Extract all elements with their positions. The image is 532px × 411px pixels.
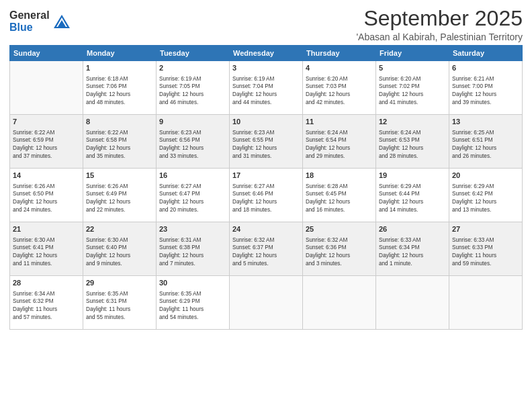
day-info: Sunrise: 6:26 AM Sunset: 6:49 PM Dayligh…	[86, 183, 153, 215]
title-block: September 2025 'Abasan al Kabirah, Pales…	[356, 7, 523, 42]
day-number: 22	[86, 224, 153, 234]
day-number: 1	[86, 63, 153, 73]
table-row: 25Sunrise: 6:32 AM Sunset: 6:36 PM Dayli…	[303, 222, 376, 276]
day-info: Sunrise: 6:26 AM Sunset: 6:50 PM Dayligh…	[13, 183, 80, 215]
table-row: 21Sunrise: 6:30 AM Sunset: 6:41 PM Dayli…	[10, 222, 83, 276]
day-info: Sunrise: 6:20 AM Sunset: 7:03 PM Dayligh…	[306, 75, 373, 107]
day-number: 8	[86, 117, 153, 127]
day-number: 5	[379, 63, 446, 73]
day-number: 12	[379, 117, 446, 127]
header-tuesday: Tuesday	[157, 46, 230, 61]
table-row: 8Sunrise: 6:22 AM Sunset: 6:58 PM Daylig…	[83, 115, 157, 169]
table-row: 17Sunrise: 6:27 AM Sunset: 6:46 PM Dayli…	[230, 169, 303, 222]
day-info: Sunrise: 6:23 AM Sunset: 6:55 PM Dayligh…	[232, 129, 300, 161]
day-number: 14	[13, 171, 80, 181]
table-row: 7Sunrise: 6:22 AM Sunset: 6:59 PM Daylig…	[10, 115, 83, 169]
day-info: Sunrise: 6:18 AM Sunset: 7:06 PM Dayligh…	[86, 75, 153, 107]
day-info: Sunrise: 6:31 AM Sunset: 6:38 PM Dayligh…	[159, 236, 226, 269]
header-wednesday: Wednesday	[230, 46, 303, 61]
table-row: 11Sunrise: 6:24 AM Sunset: 6:54 PM Dayli…	[303, 115, 376, 169]
header-saturday: Saturday	[449, 46, 523, 61]
day-info: Sunrise: 6:32 AM Sunset: 6:37 PM Dayligh…	[232, 236, 300, 269]
day-number: 27	[452, 224, 519, 234]
logo-text: General Blue	[9, 9, 50, 33]
day-number: 29	[86, 278, 153, 288]
day-info: Sunrise: 6:33 AM Sunset: 6:33 PM Dayligh…	[452, 236, 519, 269]
table-row: 13Sunrise: 6:25 AM Sunset: 6:51 PM Dayli…	[449, 115, 523, 169]
table-row: 18Sunrise: 6:28 AM Sunset: 6:45 PM Dayli…	[303, 169, 376, 222]
table-row: 23Sunrise: 6:31 AM Sunset: 6:38 PM Dayli…	[157, 222, 230, 276]
header-friday: Friday	[376, 46, 449, 61]
day-number: 30	[159, 278, 226, 288]
day-info: Sunrise: 6:21 AM Sunset: 7:00 PM Dayligh…	[452, 75, 519, 107]
day-info: Sunrise: 6:22 AM Sunset: 6:59 PM Dayligh…	[13, 129, 80, 161]
day-info: Sunrise: 6:29 AM Sunset: 6:42 PM Dayligh…	[452, 183, 519, 215]
logo-general: General	[9, 9, 50, 21]
logo-blue: Blue	[9, 21, 50, 34]
day-info: Sunrise: 6:19 AM Sunset: 7:05 PM Dayligh…	[159, 75, 226, 107]
day-info: Sunrise: 6:35 AM Sunset: 6:29 PM Dayligh…	[159, 290, 226, 322]
header-monday: Monday	[83, 46, 157, 61]
table-row: 15Sunrise: 6:26 AM Sunset: 6:49 PM Dayli…	[83, 169, 157, 222]
day-number: 10	[232, 117, 300, 127]
day-info: Sunrise: 6:30 AM Sunset: 6:41 PM Dayligh…	[13, 236, 80, 269]
table-row: 5Sunrise: 6:20 AM Sunset: 7:02 PM Daylig…	[376, 61, 449, 115]
logo: General Blue	[9, 9, 71, 33]
day-number: 21	[13, 224, 80, 234]
header-sunday: Sunday	[10, 46, 83, 61]
day-number: 7	[13, 117, 80, 127]
table-row: 22Sunrise: 6:30 AM Sunset: 6:40 PM Dayli…	[83, 222, 157, 276]
table-row	[376, 276, 449, 330]
day-number: 4	[306, 63, 373, 73]
table-row: 6Sunrise: 6:21 AM Sunset: 7:00 PM Daylig…	[449, 61, 523, 115]
table-row: 3Sunrise: 6:19 AM Sunset: 7:04 PM Daylig…	[230, 61, 303, 115]
logo-icon	[52, 12, 71, 31]
day-number: 6	[452, 63, 519, 73]
day-info: Sunrise: 6:25 AM Sunset: 6:51 PM Dayligh…	[452, 129, 519, 161]
day-number: 25	[306, 224, 373, 234]
table-row: 2Sunrise: 6:19 AM Sunset: 7:05 PM Daylig…	[157, 61, 230, 115]
table-row: 29Sunrise: 6:35 AM Sunset: 6:31 PM Dayli…	[83, 276, 157, 330]
table-row: 4Sunrise: 6:20 AM Sunset: 7:03 PM Daylig…	[303, 61, 376, 115]
day-number: 15	[86, 171, 153, 181]
table-row: 14Sunrise: 6:26 AM Sunset: 6:50 PM Dayli…	[10, 169, 83, 222]
day-info: Sunrise: 6:35 AM Sunset: 6:31 PM Dayligh…	[86, 290, 153, 322]
table-row	[449, 276, 523, 330]
table-row: 1Sunrise: 6:18 AM Sunset: 7:06 PM Daylig…	[83, 61, 157, 115]
day-info: Sunrise: 6:27 AM Sunset: 6:46 PM Dayligh…	[232, 183, 300, 215]
table-row: 10Sunrise: 6:23 AM Sunset: 6:55 PM Dayli…	[230, 115, 303, 169]
calendar-table: Sunday Monday Tuesday Wednesday Thursday…	[9, 45, 523, 330]
day-info: Sunrise: 6:34 AM Sunset: 6:32 PM Dayligh…	[13, 290, 80, 322]
day-info: Sunrise: 6:24 AM Sunset: 6:53 PM Dayligh…	[379, 129, 446, 161]
day-info: Sunrise: 6:24 AM Sunset: 6:54 PM Dayligh…	[306, 129, 373, 161]
table-row	[10, 61, 83, 115]
page: General Blue September 2025 'Abasan al K…	[0, 0, 532, 411]
table-row: 19Sunrise: 6:29 AM Sunset: 6:44 PM Dayli…	[376, 169, 449, 222]
day-number: 24	[232, 224, 300, 234]
day-number: 26	[379, 224, 446, 234]
day-info: Sunrise: 6:29 AM Sunset: 6:44 PM Dayligh…	[379, 183, 446, 215]
day-number: 28	[13, 278, 80, 288]
header-thursday: Thursday	[303, 46, 376, 61]
day-number: 17	[232, 171, 300, 181]
day-info: Sunrise: 6:28 AM Sunset: 6:45 PM Dayligh…	[306, 183, 373, 215]
day-info: Sunrise: 6:19 AM Sunset: 7:04 PM Dayligh…	[232, 75, 300, 107]
table-row: 16Sunrise: 6:27 AM Sunset: 6:47 PM Dayli…	[157, 169, 230, 222]
day-number: 2	[159, 63, 226, 73]
day-number: 3	[232, 63, 300, 73]
day-number: 23	[159, 224, 226, 234]
day-info: Sunrise: 6:22 AM Sunset: 6:58 PM Dayligh…	[86, 129, 153, 161]
day-number: 9	[159, 117, 226, 127]
location-title: 'Abasan al Kabirah, Palestinian Territor…	[356, 32, 523, 42]
day-number: 11	[306, 117, 373, 127]
table-row: 26Sunrise: 6:33 AM Sunset: 6:34 PM Dayli…	[376, 222, 449, 276]
header: General Blue September 2025 'Abasan al K…	[9, 7, 523, 42]
day-info: Sunrise: 6:30 AM Sunset: 6:40 PM Dayligh…	[86, 236, 153, 269]
table-row	[303, 276, 376, 330]
weekday-header-row: Sunday Monday Tuesday Wednesday Thursday…	[10, 46, 523, 61]
table-row: 28Sunrise: 6:34 AM Sunset: 6:32 PM Dayli…	[10, 276, 83, 330]
month-title: September 2025	[356, 7, 523, 30]
day-number: 20	[452, 171, 519, 181]
day-info: Sunrise: 6:33 AM Sunset: 6:34 PM Dayligh…	[379, 236, 446, 269]
table-row: 9Sunrise: 6:23 AM Sunset: 6:56 PM Daylig…	[157, 115, 230, 169]
